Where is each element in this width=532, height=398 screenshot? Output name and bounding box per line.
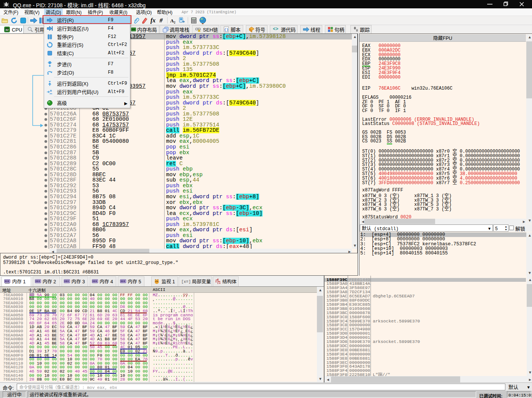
svg-text:{}: {} xyxy=(224,28,228,32)
svg-text:32: 32 xyxy=(5,28,8,32)
